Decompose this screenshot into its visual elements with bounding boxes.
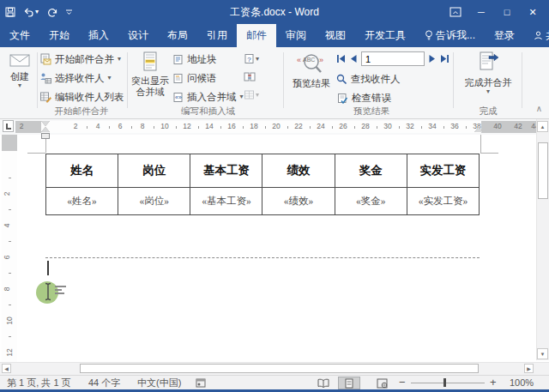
match-fields-button[interactable] [244, 71, 256, 82]
tab-sign-in[interactable]: 登录 [485, 24, 524, 47]
merge-field-cell[interactable]: «姓名» [46, 188, 118, 215]
left-indent-marker[interactable] [41, 133, 50, 139]
scroll-right-button[interactable]: ▶ [524, 364, 534, 373]
zoom-slider-thumb[interactable] [443, 378, 446, 387]
insert-merge-field-label: 插入合并域 [187, 91, 237, 104]
merge-field-cell[interactable]: «岗位» [118, 188, 190, 215]
merge-field-cell[interactable]: «绩效» [262, 188, 335, 215]
collapse-ribbon-button[interactable]: ∧ [536, 104, 542, 113]
lightbulb-icon [425, 30, 433, 41]
find-recipient-button[interactable]: 查找收件人 [336, 70, 401, 87]
tab-design[interactable]: 设计 [118, 24, 158, 47]
right-indent-marker[interactable] [474, 127, 483, 132]
ruler-number: 22 [294, 122, 302, 130]
ruler-number: 28 [361, 122, 369, 130]
document-page[interactable]: 姓名岗位基本工资绩效奖金实发工资«姓名»«岗位»«基本工资»«绩效»«奖金»«实… [0, 135, 549, 362]
tab-insert[interactable]: 插入 [79, 24, 118, 47]
tab-review[interactable]: 审阅 [276, 24, 316, 47]
word-window: ▾ 工资条.docx - Word ─ □ ✕ 文件开始插入设计布局引用邮件审阅… [0, 0, 549, 392]
select-recipients-button[interactable]: 选择收件人 ▾ [39, 69, 112, 87]
tab-share[interactable]: 共享 [524, 24, 549, 47]
tab-home[interactable]: 开始 [39, 24, 79, 47]
title-bar: ▾ 工资条.docx - Word ─ □ ✕ [0, 0, 549, 24]
start-mail-merge-button[interactable]: 开始邮件合并 ▾ [39, 51, 121, 68]
zoom-slider-track[interactable] [411, 383, 485, 383]
zoom-in-button[interactable]: + [490, 376, 497, 389]
create-dropdown-caret: ▾ [18, 82, 21, 89]
scroll-down-button[interactable]: ▼ [537, 348, 548, 359]
ruler-number: 12 [183, 122, 190, 130]
merge-table[interactable]: 姓名岗位基本工资绩效奖金实发工资«姓名»«岗位»«基本工资»«绩效»«奖金»«实… [45, 154, 480, 215]
page-info[interactable]: 第 1 页, 共 1 页 [7, 376, 71, 389]
minimize-button[interactable]: ─ [468, 0, 494, 24]
tab-mailings[interactable]: 邮件 [237, 24, 276, 47]
greeting-line-button[interactable]: 问候语 [172, 69, 217, 87]
ruler-number: 36 [450, 122, 458, 130]
insert-merge-field-button[interactable]: «» 插入合并域 ▾ [172, 88, 244, 106]
tab-label: 共享 [546, 24, 549, 47]
ruler-number: 26 [339, 122, 347, 130]
tab-view[interactable]: 视图 [316, 24, 355, 47]
scroll-up-button[interactable]: ▲ [537, 121, 548, 132]
last-record-button[interactable] [440, 54, 449, 64]
tab-layout[interactable]: 布局 [158, 24, 197, 47]
tab-references[interactable]: 引用 [197, 24, 237, 47]
first-record-button[interactable] [336, 54, 346, 64]
finish-merge-button[interactable]: 完成并合并 ▾ [461, 50, 516, 104]
merge-table-header-cell[interactable]: 实发工资 [407, 154, 479, 188]
edit-recipient-list-button[interactable]: 编辑收件人列表 [39, 88, 124, 106]
rules-button[interactable]: ? ▾ [244, 53, 259, 64]
vertical-scrollbar-thumb[interactable] [538, 142, 548, 199]
merge-table-header-cell[interactable]: 绩效 [262, 154, 335, 188]
previous-record-button[interactable] [350, 54, 357, 64]
merge-field-cell[interactable]: «奖金» [335, 188, 407, 215]
address-block-button[interactable]: 地址块 [172, 51, 217, 68]
first-line-indent-marker[interactable] [41, 121, 50, 126]
ruler-tick [9, 178, 11, 178]
update-labels-button[interactable]: ▾ [244, 89, 259, 100]
ribbon-display-options-icon [449, 7, 462, 17]
highlight-merge-fields-button[interactable]: 突出显示 合并域 [130, 50, 170, 104]
language-status[interactable]: 中文(中国) [137, 376, 181, 389]
ruler-number: 24 [317, 122, 324, 130]
hanging-indent-marker[interactable] [41, 127, 50, 132]
tab-selector[interactable] [3, 120, 14, 132]
merge-table-header-cell[interactable]: 奖金 [335, 154, 407, 188]
print-layout-button[interactable] [338, 377, 360, 389]
scroll-left-button[interactable]: ◀ [2, 364, 11, 373]
check-errors-button[interactable]: 检查错误 [337, 89, 391, 106]
merge-table-header-cell[interactable]: 姓名 [46, 154, 118, 188]
merge-table-header-cell[interactable]: 基本工资 [190, 154, 262, 188]
zoom-level[interactable]: 100% [510, 376, 534, 389]
record-number-input[interactable] [361, 51, 425, 66]
ruler-number: 2 [3, 192, 11, 196]
create-group-button[interactable]: 创建 ▾ [4, 50, 35, 104]
horizontal-scrollbar-thumb[interactable] [80, 364, 479, 373]
merge-table-header-cell[interactable]: 岗位 [118, 154, 190, 188]
maximize-button[interactable]: □ [494, 0, 520, 24]
update-labels-caret: ▾ [256, 92, 259, 99]
ruler-number: 10 [160, 122, 168, 130]
vertical-ruler[interactable]: 24681012 [2, 135, 17, 362]
merge-field-cell[interactable]: «基本工资» [190, 188, 262, 215]
read-mode-button[interactable] [312, 377, 335, 389]
ibeam-cursor [43, 282, 53, 305]
zoom-out-button[interactable]: − [399, 376, 406, 389]
start-mail-merge-label: 开始邮件合并 [55, 53, 114, 66]
horizontal-ruler[interactable]: 2246810121416182022242628303234363840424… [15, 121, 537, 133]
tab-label: 引用 [207, 24, 227, 47]
merge-field-cell[interactable]: «实发工资» [407, 188, 479, 215]
ribbon-display-options-button[interactable] [443, 0, 468, 24]
tab-developer[interactable]: 开发工具 [355, 24, 415, 47]
tab-file[interactable]: 文件 [0, 24, 39, 47]
tab-tell-me[interactable]: 告诉我... [415, 24, 485, 47]
preview-results-button[interactable]: «»ABC 预览结果 [289, 50, 334, 104]
close-button[interactable]: ✕ [520, 0, 546, 24]
ruler-tick [310, 126, 311, 129]
find-recipient-icon [336, 74, 347, 85]
next-record-button[interactable] [429, 54, 436, 64]
highlight-merge-fields-label-2: 合并域 [136, 87, 165, 98]
word-count[interactable]: 44 个字 [88, 376, 120, 389]
web-layout-button[interactable] [371, 377, 393, 389]
tab-label: 邮件 [246, 24, 267, 47]
